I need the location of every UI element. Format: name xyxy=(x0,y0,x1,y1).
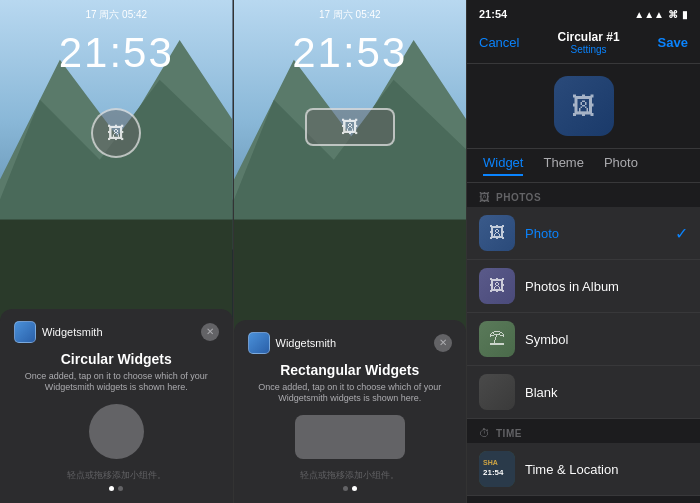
nav-title-group: Circular #1 Settings xyxy=(558,30,620,55)
widget-circular[interactable]: 🖼 xyxy=(91,108,141,158)
blank-item-icon xyxy=(479,374,515,410)
status-bar-2: 17 周六 05:42 xyxy=(234,8,467,22)
symbol-label: Symbol xyxy=(525,332,688,347)
time-location-thumbnail: SHA 21:54 xyxy=(479,451,515,487)
sheet-title-2: Rectangular Widgets xyxy=(248,362,453,378)
app-name-1: Widgetsmith xyxy=(42,326,201,338)
sheet-footer-2: 轻点或拖移添加小组件。 xyxy=(248,469,453,482)
photo-label: Photo xyxy=(525,226,665,241)
widget-image-icon: 🖼 xyxy=(107,123,125,144)
svg-text:21:54: 21:54 xyxy=(483,468,504,477)
widget-preview-area: 🖼 xyxy=(467,64,700,149)
list-item-album[interactable]: 🖼 Photos in Album xyxy=(467,260,700,313)
app-icon-1 xyxy=(14,321,36,343)
battery-icon: ▮ xyxy=(682,9,688,20)
widget-image-icon-2: 🖼 xyxy=(341,117,359,138)
photos-section-label: PHOTOS xyxy=(496,192,541,203)
sheet-title-1: Circular Widgets xyxy=(14,351,219,367)
sheet-desc-1: Once added, tap on it to choose which of… xyxy=(14,371,219,394)
widget-rectangular[interactable]: 🖼 xyxy=(305,108,395,146)
sheet-desc-2: Once added, tap on it to choose which of… xyxy=(248,382,453,405)
dot-2-inactive xyxy=(343,486,348,491)
tab-photo[interactable]: Photo xyxy=(604,155,638,176)
list-item-time-location[interactable]: SHA 21:54 Time & Location xyxy=(467,443,700,496)
bottom-sheet-2: Widgetsmith ✕ Rectangular Widgets Once a… xyxy=(234,320,467,503)
nav-title-main: Circular #1 xyxy=(558,30,620,44)
symbol-item-icon: ⛱ xyxy=(479,321,515,357)
time-item-icon: SHA 21:54 xyxy=(479,451,515,487)
dot-1-inactive xyxy=(118,486,123,491)
settings-panel: 21:54 ▲▲▲ ⌘ ▮ Cancel Circular #1 Setting… xyxy=(467,0,700,503)
preview-widget-1 xyxy=(89,404,144,459)
svg-text:SHA: SHA xyxy=(483,459,498,466)
dot-2-active xyxy=(352,486,357,491)
status-text-2: 17 周六 05:42 xyxy=(319,8,381,22)
tab-theme[interactable]: Theme xyxy=(543,155,583,176)
time-section-icon: ⏱ xyxy=(479,427,490,439)
save-button[interactable]: Save xyxy=(658,35,688,50)
list-item-blank[interactable]: Blank xyxy=(467,366,700,419)
album-label: Photos in Album xyxy=(525,279,688,294)
phone-time-1: 21:53 xyxy=(0,32,233,74)
status-text-1: 17 周六 05:42 xyxy=(85,8,147,22)
album-icon-glyph: 🖼 xyxy=(489,277,505,295)
photo-icon-glyph: 🖼 xyxy=(489,224,505,242)
tab-widget[interactable]: Widget xyxy=(483,155,523,176)
list-item-photo[interactable]: 🖼 Photo ✓ xyxy=(467,207,700,260)
status-icons: ▲▲▲ ⌘ ▮ xyxy=(634,9,688,20)
dot-1-active xyxy=(109,486,114,491)
photos-section-icon: 🖼 xyxy=(479,191,490,203)
section-header-photos: 🖼 PHOTOS xyxy=(467,183,700,207)
bottom-sheet-1: Widgetsmith ✕ Circular Widgets Once adde… xyxy=(0,309,233,503)
close-button-2[interactable]: ✕ xyxy=(434,334,452,352)
phone-screen-1: 17 周六 05:42 21:53 🖼 Widgetsmith ✕ Circul… xyxy=(0,0,234,503)
photo-checkmark: ✓ xyxy=(675,224,688,243)
widget-preview-icon: 🖼 xyxy=(554,76,614,136)
wifi-icon: ⌘ xyxy=(668,9,678,20)
preview-image-icon: 🖼 xyxy=(572,92,596,120)
phone-screen-2: 17 周六 05:42 21:53 🖼 Widgetsmith ✕ Rectan… xyxy=(234,0,468,503)
blank-label: Blank xyxy=(525,385,688,400)
section-header-time: ⏱ TIME xyxy=(467,419,700,443)
app-name-2: Widgetsmith xyxy=(276,337,435,349)
list-item-symbol[interactable]: ⛱ Symbol xyxy=(467,313,700,366)
album-item-icon: 🖼 xyxy=(479,268,515,304)
settings-status-bar: 21:54 ▲▲▲ ⌘ ▮ xyxy=(467,0,700,24)
phone-time-2: 21:53 xyxy=(234,32,467,74)
cancel-button[interactable]: Cancel xyxy=(479,35,519,50)
photo-item-icon: 🖼 xyxy=(479,215,515,251)
preview-widget-2 xyxy=(295,415,405,459)
status-bar-1: 17 周六 05:42 xyxy=(0,8,233,22)
time-location-label: Time & Location xyxy=(525,462,688,477)
symbol-icon-glyph: ⛱ xyxy=(489,330,505,348)
settings-tabs: Widget Theme Photo xyxy=(467,149,700,183)
app-icon-2 xyxy=(248,332,270,354)
signal-icon: ▲▲▲ xyxy=(634,9,664,20)
time-section-label: TIME xyxy=(496,428,522,439)
settings-time: 21:54 xyxy=(479,8,507,20)
close-button-1[interactable]: ✕ xyxy=(201,323,219,341)
nav-title-sub: Settings xyxy=(558,44,620,55)
sheet-footer-1: 轻点或拖移添加小组件。 xyxy=(14,469,219,482)
settings-nav: Cancel Circular #1 Settings Save xyxy=(467,24,700,64)
